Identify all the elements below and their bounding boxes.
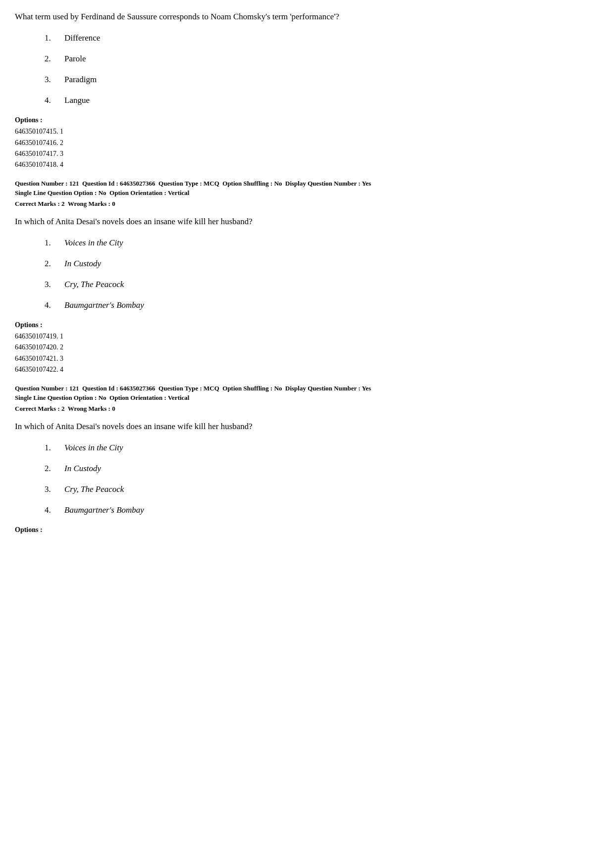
option-text: Cry, The Peacock [64, 280, 124, 289]
list-item: 2. In Custody [45, 464, 599, 474]
option-ids: 646350107415. 1 646350107416. 2 64635010… [15, 126, 599, 171]
list-item: 1. Difference [45, 33, 599, 43]
option-number: 2. [45, 464, 64, 474]
list-item: 3. Cry, The Peacock [45, 484, 599, 494]
option-number: 4. [45, 96, 64, 105]
option-number: 1. [45, 238, 64, 248]
option-text: Baumgartner's Bombay [64, 505, 144, 515]
correct-wrong-2a: Correct Marks : 2 Wrong Marks : 0 [15, 200, 599, 208]
option-text: Voices in the City [64, 443, 123, 453]
option-text: Baumgartner's Bombay [64, 300, 144, 310]
question-1-options: 1. Difference 2. Parole 3. Paradigm 4. L… [45, 33, 599, 105]
option-number: 1. [45, 443, 64, 453]
question-2b: Question Number : 121 Question Id : 6463… [15, 384, 599, 534]
question-meta-2a: Question Number : 121 Question Id : 6463… [15, 179, 599, 198]
option-number: 3. [45, 280, 64, 289]
options-label: Options : [15, 116, 599, 124]
option-text: Cry, The Peacock [64, 484, 124, 494]
options-label-2b: Options : [15, 526, 599, 534]
question-meta-2b: Question Number : 121 Question Id : 6463… [15, 384, 599, 403]
option-text: In Custody [64, 259, 101, 269]
list-item: 3. Cry, The Peacock [45, 280, 599, 289]
question-2a-options: 1. Voices in the City 2. In Custody 3. C… [45, 238, 599, 310]
list-item: 4. Baumgartner's Bombay [45, 300, 599, 310]
option-text: In Custody [64, 464, 101, 474]
option-number: 3. [45, 484, 64, 494]
option-text: Parole [64, 54, 86, 64]
options-label-2a: Options : [15, 321, 599, 329]
option-number: 2. [45, 259, 64, 269]
option-text: Paradigm [64, 75, 97, 85]
question-2a: Question Number : 121 Question Id : 6463… [15, 179, 599, 376]
question-1-text: What term used by Ferdinand de Saussure … [15, 10, 599, 23]
option-number: 4. [45, 300, 64, 310]
list-item: 1. Voices in the City [45, 238, 599, 248]
question-2a-text: In which of Anita Desai's novels does an… [15, 215, 599, 228]
list-item: 4. Langue [45, 96, 599, 105]
option-number: 4. [45, 505, 64, 515]
option-ids-2a: 646350107419. 1 646350107420. 2 64635010… [15, 331, 599, 376]
option-text: Langue [64, 96, 90, 105]
option-number: 2. [45, 54, 64, 64]
list-item: 3. Paradigm [45, 75, 599, 85]
option-number: 1. [45, 33, 64, 43]
list-item: 2. In Custody [45, 259, 599, 269]
list-item: 2. Parole [45, 54, 599, 64]
option-text: Voices in the City [64, 238, 123, 248]
option-text: Difference [64, 33, 100, 43]
question-2b-options: 1. Voices in the City 2. In Custody 3. C… [45, 443, 599, 515]
list-item: 4. Baumgartner's Bombay [45, 505, 599, 515]
question-1: What term used by Ferdinand de Saussure … [15, 10, 599, 171]
question-2b-text: In which of Anita Desai's novels does an… [15, 420, 599, 433]
option-number: 3. [45, 75, 64, 85]
correct-wrong-2b: Correct Marks : 2 Wrong Marks : 0 [15, 405, 599, 413]
list-item: 1. Voices in the City [45, 443, 599, 453]
